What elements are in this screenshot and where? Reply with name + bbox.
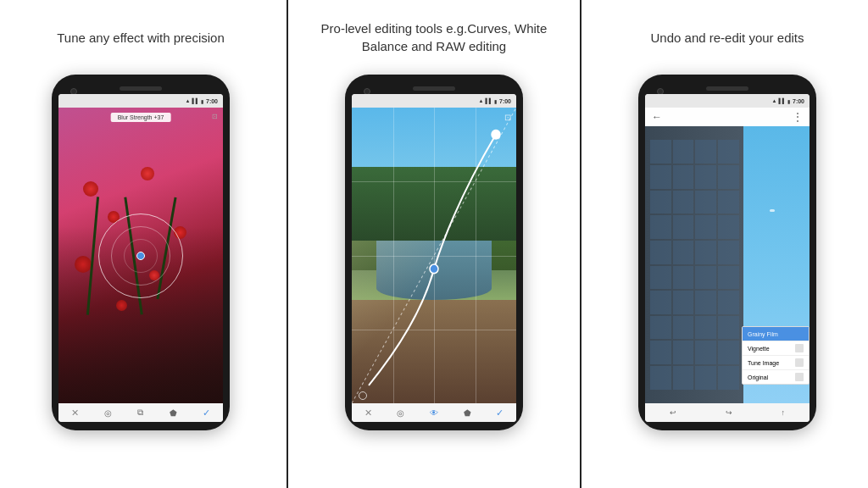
toolbar-redo-3[interactable]: ↪ <box>726 408 732 417</box>
phone-speaker-3 <box>645 86 810 91</box>
time-2: 7:00 <box>499 98 511 104</box>
phone-speaker-1 <box>58 86 223 91</box>
wifi-icon-1: ▲ <box>186 98 191 103</box>
edit-item-vignette-label: Vignette <box>748 346 770 352</box>
toolbar-filter-2[interactable]: ⬟ <box>464 408 471 418</box>
toolbar-undo-3[interactable]: ↩ <box>670 408 676 417</box>
tune-icon <box>795 358 804 367</box>
time-1: 7:00 <box>206 98 218 104</box>
blur-center-dot[interactable] <box>136 252 145 260</box>
panel-2: Pro-level editing tools e.g.Curves, Whit… <box>298 0 570 488</box>
toolbar-share-3[interactable]: ↑ <box>782 408 786 417</box>
phone-3: ▲ ▌▌ ▮ 7:00 ← ⋮ <box>638 75 816 430</box>
blur-tag: Blur Strength +37 <box>111 113 171 122</box>
panel-3-caption: Undo and re-edit your edits <box>651 15 804 59</box>
edit-item-original[interactable]: Original <box>743 370 809 384</box>
phone-screen-1: ▲ ▌▌ ▮ 7:00 Blur Strength +37 ⊡ <box>58 94 223 422</box>
toolbar-eye-2[interactable]: 👁 <box>430 408 438 418</box>
edit-history-panel: Grainy Film Vignette Tune Image Original <box>742 326 810 385</box>
battery-icon-2: ▮ <box>494 98 497 104</box>
divider-2 <box>580 0 581 488</box>
building-structure <box>645 126 743 403</box>
toolbar-confirm-2[interactable]: ✓ <box>496 408 504 419</box>
toolbar-cancel-1[interactable]: ✕ <box>71 408 79 419</box>
battery-icon-3: ▮ <box>787 98 790 104</box>
status-icons-3: ▲ ▌▌ ▮ <box>772 98 790 104</box>
phone-2: ▲ ▌▌ ▮ 7:00 <box>345 75 523 430</box>
statusbar-2: ▲ ▌▌ ▮ 7:00 <box>352 94 516 108</box>
vignette-icon <box>795 344 804 352</box>
toolbar-2: ✕ ◎ 👁 ⬟ ✓ <box>352 403 516 422</box>
edit-item-tune[interactable]: Tune Image <box>743 356 809 370</box>
status-icons-1: ▲ ▌▌ ▮ <box>186 98 203 104</box>
status-icons-2: ▲ ▌▌ ▮ <box>479 98 497 104</box>
photo-content-2: ⊡ <box>352 108 516 403</box>
toolbar-filter-1[interactable]: ⬟ <box>170 408 177 418</box>
battery-icon-1: ▮ <box>201 98 203 104</box>
svg-point-1 <box>430 264 438 274</box>
signal-icon-3: ▌▌ <box>778 98 786 103</box>
toolbar-target-2[interactable]: ◎ <box>397 408 404 418</box>
phone-speaker-2 <box>352 86 516 91</box>
signal-icon-2: ▌▌ <box>485 98 492 103</box>
phone-screen-3: ▲ ▌▌ ▮ 7:00 ← ⋮ <box>645 94 810 422</box>
wifi-icon-3: ▲ <box>772 98 777 103</box>
curves-svg <box>352 108 516 403</box>
edit-item-tune-label: Tune Image <box>748 360 779 366</box>
airplane-dot <box>770 209 775 212</box>
bottom-circle-2 <box>359 391 367 400</box>
signal-icon-1: ▌▌ <box>192 98 199 103</box>
edit-item-grainy[interactable]: Grainy Film <box>743 327 809 341</box>
back-button-3[interactable]: ← <box>652 111 662 123</box>
toolbar-target-1[interactable]: ◎ <box>104 408 112 418</box>
toolbar-adjust-1[interactable]: ⧉ <box>137 408 143 418</box>
panel-1: Tune any effect with precision ▲ ▌▌ ▮ 7:… <box>5 0 276 488</box>
toolbar-confirm-1[interactable]: ✓ <box>203 408 210 419</box>
panel-1-caption: Tune any effect with precision <box>57 15 225 59</box>
toolbar-1: ✕ ◎ ⧉ ⬟ ✓ <box>58 403 223 422</box>
original-icon <box>795 373 804 381</box>
edit-item-grainy-label: Grainy Film <box>748 331 778 337</box>
photo-content-3: Grainy Film Vignette Tune Image Original <box>645 126 810 403</box>
edit-item-original-label: Original <box>748 374 768 380</box>
statusbar-1: ▲ ▌▌ ▮ 7:00 <box>58 94 223 108</box>
divider-1 <box>287 0 288 488</box>
panel-2-caption: Pro-level editing tools e.g.Curves, Whit… <box>307 15 561 59</box>
toolbar-3: ↩ ↪ ↑ <box>645 403 810 422</box>
wifi-icon-2: ▲ <box>479 98 484 103</box>
grainy-icon <box>795 330 804 338</box>
corner-icon-2: ⊡ <box>504 113 511 122</box>
svg-point-2 <box>492 130 500 139</box>
more-button-3[interactable]: ⋮ <box>793 111 803 123</box>
phone-1: ▲ ▌▌ ▮ 7:00 Blur Strength +37 ⊡ <box>52 75 230 430</box>
photo-content-1: Blur Strength +37 ⊡ <box>58 108 223 403</box>
panel-3: Undo and re-edit your edits ▲ ▌▌ ▮ 7:00 … <box>592 0 863 488</box>
appbar-3: ← ⋮ <box>645 108 810 126</box>
statusbar-3: ▲ ▌▌ ▮ 7:00 <box>645 94 810 108</box>
time-3: 7:00 <box>793 98 804 104</box>
phone-screen-2: ▲ ▌▌ ▮ 7:00 <box>352 94 516 422</box>
edit-item-vignette[interactable]: Vignette <box>743 341 809 356</box>
toolbar-cancel-2[interactable]: ✕ <box>364 408 372 419</box>
svg-line-0 <box>352 108 516 403</box>
